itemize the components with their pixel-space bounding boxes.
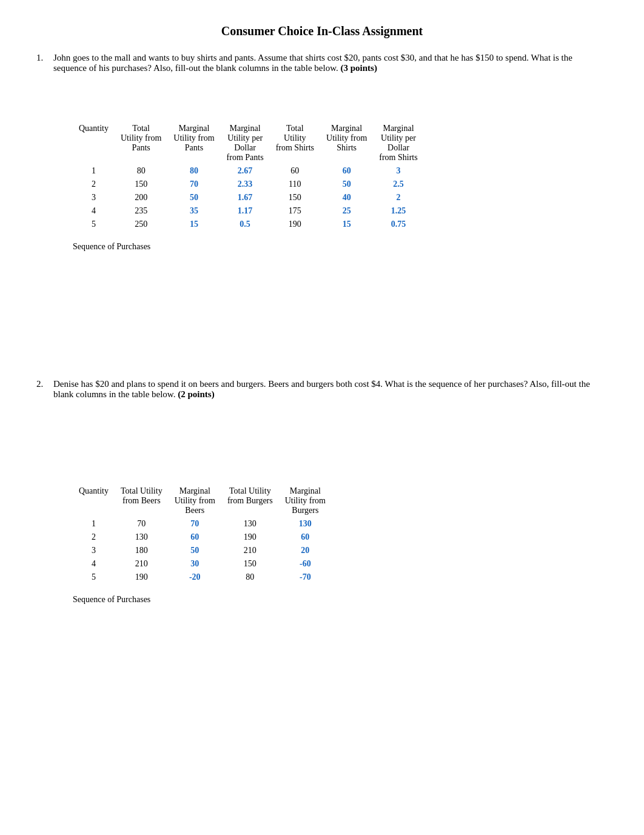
col-header-mus: MarginalUtility fromShirts bbox=[320, 122, 373, 164]
col-header-tub: Total Utilityfrom Beers bbox=[115, 485, 169, 517]
table-cell: -60 bbox=[279, 557, 332, 571]
table-cell: 190 bbox=[115, 571, 169, 584]
table-cell: 2.67 bbox=[221, 164, 270, 178]
col-header-quantity-1: Quantity bbox=[73, 122, 115, 164]
table-cell: 3 bbox=[373, 164, 423, 178]
question-1-points: (3 points) bbox=[341, 63, 377, 73]
table-cell: 70 bbox=[167, 178, 220, 191]
question-2-points: (2 points) bbox=[178, 389, 214, 399]
sequence-label-1: Sequence of Purchases bbox=[73, 242, 608, 252]
table-cell: 80 bbox=[221, 571, 279, 584]
table-cell: 2 bbox=[73, 178, 115, 191]
sequence-label-2: Sequence of Purchases bbox=[73, 595, 608, 605]
table-cell: 80 bbox=[167, 164, 220, 178]
table-row: 21306019060 bbox=[73, 531, 332, 544]
table-cell: -20 bbox=[169, 571, 221, 584]
table-cell: 60 bbox=[169, 531, 221, 544]
table-cell: 2.33 bbox=[221, 178, 270, 191]
table-cell: 2 bbox=[373, 191, 423, 204]
table-cell: 2 bbox=[73, 531, 115, 544]
table-cell: 25 bbox=[320, 204, 373, 218]
table-cell: 1.67 bbox=[221, 191, 270, 204]
col-header-mubu: MarginalUtility fromBurgers bbox=[279, 485, 332, 517]
question-2-number: 2. bbox=[36, 379, 53, 400]
table-cell: 15 bbox=[320, 218, 373, 231]
table-cell: 40 bbox=[320, 191, 373, 204]
table-cell: 110 bbox=[270, 178, 320, 191]
table-cell: 70 bbox=[169, 517, 221, 531]
table-cell: 50 bbox=[167, 191, 220, 204]
col-header-mupds: MarginalUtility perDollarfrom Shirts bbox=[373, 122, 423, 164]
table-cell: 130 bbox=[279, 517, 332, 531]
table-cell: 15 bbox=[167, 218, 220, 231]
table-row: 2150702.33110502.5 bbox=[73, 178, 424, 191]
table-cell: 210 bbox=[115, 557, 169, 571]
table-row: 17070130130 bbox=[73, 517, 332, 531]
table-cell: 70 bbox=[115, 517, 169, 531]
table-cell: 1.25 bbox=[373, 204, 423, 218]
question-1-body: John goes to the mall and wants to buy s… bbox=[53, 53, 608, 73]
table-row: 5250150.5190150.75 bbox=[73, 218, 424, 231]
table-cell: 210 bbox=[221, 544, 279, 557]
table-cell: 20 bbox=[279, 544, 332, 557]
table-cell: 50 bbox=[169, 544, 221, 557]
table-cell: 4 bbox=[73, 557, 115, 571]
table-cell: 0.5 bbox=[221, 218, 270, 231]
col-header-mub: MarginalUtility fromBeers bbox=[169, 485, 221, 517]
col-header-tubu: Total Utilityfrom Burgers bbox=[221, 485, 279, 517]
table-cell: 200 bbox=[115, 191, 167, 204]
table-cell: 3 bbox=[73, 544, 115, 557]
table-cell: 2.5 bbox=[373, 178, 423, 191]
table-cell: 130 bbox=[221, 517, 279, 531]
question-2-text: Denise has $20 and plans to spend it on … bbox=[53, 379, 608, 400]
table-row: 31805021020 bbox=[73, 544, 332, 557]
table-cell: 150 bbox=[115, 178, 167, 191]
table-row: 3200501.67150402 bbox=[73, 191, 424, 204]
table-cell: 190 bbox=[270, 218, 320, 231]
table-cell: 30 bbox=[169, 557, 221, 571]
table-cell: -70 bbox=[279, 571, 332, 584]
table-cell: 235 bbox=[115, 204, 167, 218]
table-cell: 60 bbox=[320, 164, 373, 178]
question-1-block: 1. John goes to the mall and wants to bu… bbox=[36, 53, 608, 73]
question-1-text: John goes to the mall and wants to buy s… bbox=[53, 53, 608, 73]
table-row: 4235351.17175251.25 bbox=[73, 204, 424, 218]
table-cell: 175 bbox=[270, 204, 320, 218]
table-cell: 150 bbox=[221, 557, 279, 571]
table-cell: 190 bbox=[221, 531, 279, 544]
table-cell: 50 bbox=[320, 178, 373, 191]
question-2-body: Denise has $20 and plans to spend it on … bbox=[53, 379, 608, 400]
col-header-mup: MarginalUtility fromPants bbox=[167, 122, 220, 164]
table-1: Quantity TotalUtility fromPants Marginal… bbox=[73, 122, 424, 231]
table-cell: 1 bbox=[73, 164, 115, 178]
table-cell: 5 bbox=[73, 571, 115, 584]
col-header-mupdp: MarginalUtility perDollarfrom Pants bbox=[221, 122, 270, 164]
table-cell: 130 bbox=[115, 531, 169, 544]
table-cell: 1 bbox=[73, 517, 115, 531]
table-row: 5190-2080-70 bbox=[73, 571, 332, 584]
table-cell: 150 bbox=[270, 191, 320, 204]
table-cell: 35 bbox=[167, 204, 220, 218]
table-cell: 5 bbox=[73, 218, 115, 231]
table-cell: 60 bbox=[270, 164, 320, 178]
table-cell: 250 bbox=[115, 218, 167, 231]
table-2: Quantity Total Utilityfrom Beers Margina… bbox=[73, 485, 332, 584]
question-2-block: 2. Denise has $20 and plans to spend it … bbox=[36, 379, 608, 400]
col-header-quantity-2: Quantity bbox=[73, 485, 115, 517]
col-header-tus: TotalUtilityfrom Shirts bbox=[270, 122, 320, 164]
table-cell: 4 bbox=[73, 204, 115, 218]
table-cell: 60 bbox=[279, 531, 332, 544]
table-cell: 1.17 bbox=[221, 204, 270, 218]
table-cell: 180 bbox=[115, 544, 169, 557]
table-cell: 0.75 bbox=[373, 218, 423, 231]
table-cell: 80 bbox=[115, 164, 167, 178]
question-1-number: 1. bbox=[36, 53, 53, 73]
table-row: 421030150-60 bbox=[73, 557, 332, 571]
table-row: 180802.6760603 bbox=[73, 164, 424, 178]
page-title: Consumer Choice In-Class Assignment bbox=[36, 24, 608, 38]
table-cell: 3 bbox=[73, 191, 115, 204]
col-header-tup: TotalUtility fromPants bbox=[115, 122, 167, 164]
